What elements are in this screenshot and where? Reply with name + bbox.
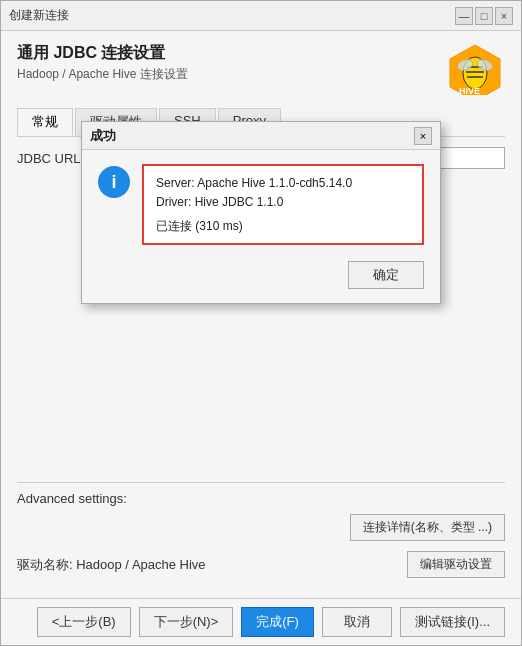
dialog-close-button[interactable]: × xyxy=(414,127,432,145)
dialog-info-row: i Server: Apache Hive 1.1.0-cdh5.14.0 Dr… xyxy=(98,164,424,245)
dialog-ok-row: 确定 xyxy=(98,257,424,289)
dialog-title: 成功 xyxy=(90,127,116,145)
main-window: 创建新连接 — □ × 通用 JDBC 连接设置 Hadoop / Apache… xyxy=(0,0,522,646)
dialog-info-box: Server: Apache Hive 1.1.0-cdh5.14.0 Driv… xyxy=(142,164,424,245)
driver-info-line: Driver: Hive JDBC 1.1.0 xyxy=(156,193,410,212)
success-dialog: 成功 × i Server: Apache Hive 1.1.0-cdh5.14… xyxy=(81,121,441,304)
info-icon: i xyxy=(98,166,130,198)
connected-line: 已连接 (310 ms) xyxy=(156,218,410,235)
server-info-line: Server: Apache Hive 1.1.0-cdh5.14.0 xyxy=(156,174,410,193)
dialog-body: i Server: Apache Hive 1.1.0-cdh5.14.0 Dr… xyxy=(82,150,440,303)
dialog-title-bar: 成功 × xyxy=(82,122,440,150)
dialog-ok-button[interactable]: 确定 xyxy=(348,261,424,289)
dialog-overlay: 成功 × i Server: Apache Hive 1.1.0-cdh5.14… xyxy=(1,1,521,645)
